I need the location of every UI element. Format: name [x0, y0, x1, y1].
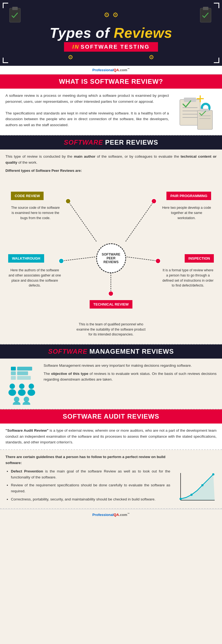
svg-point-40 [14, 397, 19, 402]
corner-bracket-br [214, 58, 219, 63]
svg-point-49 [201, 484, 203, 486]
inspection-box: INSPECTION [185, 254, 214, 263]
svg-rect-1 [12, 7, 18, 10]
svg-line-21 [127, 257, 158, 261]
svg-point-50 [212, 473, 214, 475]
center-label: SOFTWARE PEER REVIEWS [102, 253, 120, 264]
guidelines-list: Defect Prevention is the main goal of th… [5, 468, 170, 502]
peer-diagram: SOFTWARE PEER REVIEWS CODE REVIEW The so… [5, 177, 217, 340]
center-circle: SOFTWARE PEER REVIEWS [96, 243, 126, 273]
gear-right-icon: ⚙ [112, 11, 118, 19]
corner-bracket-tr [214, 3, 219, 8]
peer-intro: This type of review is conducted by the … [5, 154, 217, 165]
audit-reviews-header: SOFTWARE AUDIT REVIEWS [0, 409, 222, 424]
left-clipboard-icon [8, 5, 23, 24]
footer-logo: ProfessionalQA.com™ [92, 513, 130, 517]
header-icons: ⚙ ⚙ [8, 5, 214, 24]
svg-point-43 [23, 402, 30, 405]
svg-line-20 [61, 257, 95, 261]
what-is-para1: A software review is a process or meetin… [5, 93, 169, 104]
what-is-text: A software review is a process or meetin… [5, 93, 169, 131]
pair-programming-label: PAIR PROGRAMMING [166, 192, 211, 200]
management-text: Software Management reviews are very imp… [44, 363, 217, 405]
what-is-header-text: WHAT IS SOFTWARE REVIEW? [59, 78, 163, 85]
walkthrough-box: WALKTHROUGH [8, 254, 44, 263]
what-is-graphic-icon [174, 93, 215, 131]
svg-point-47 [180, 498, 182, 500]
corner-bracket-bl [3, 58, 8, 63]
management-list-icon [10, 365, 34, 380]
walkthrough-label: WALKTHROUGH [8, 254, 44, 263]
guidelines-graphic [176, 454, 217, 504]
peer-types-label: Different types of Software Peer Reviews… [5, 169, 217, 173]
svg-point-39 [28, 389, 35, 396]
svg-point-48 [190, 494, 193, 496]
list-item: Review of the requirement specifications… [11, 482, 170, 494]
svg-rect-28 [11, 367, 16, 371]
list-item: Correctness, portability, security, and … [11, 496, 170, 502]
header-bottom-gears: ⚙ ⚙ [8, 52, 214, 63]
peer-reviews-header: SOFTWARE PEER REVIEWS [0, 135, 222, 150]
header-gear-group: ⚙ ⚙ [104, 11, 118, 19]
svg-point-24 [151, 199, 156, 204]
svg-rect-2 [200, 8, 211, 22]
svg-point-26 [156, 259, 160, 263]
svg-point-38 [29, 384, 34, 389]
subtitle-in: IN [72, 44, 79, 50]
svg-point-36 [19, 384, 25, 389]
management-reviews-header-text: SOFTWARE MANAGEMENT REVIEWS [48, 348, 174, 355]
pair-programming-box: PAIR PROGRAMMING [166, 192, 211, 200]
management-para1: Software Management reviews are very imp… [44, 363, 217, 369]
svg-point-27 [108, 291, 113, 296]
trend-chart-icon [177, 472, 216, 504]
peer-reviews-section: This type of review is conducted by the … [0, 150, 222, 344]
management-graphic [5, 363, 38, 405]
svg-point-37 [18, 389, 26, 396]
gear-left-icon: ⚙ [104, 11, 110, 19]
right-clipboard-icon [199, 5, 214, 24]
logo-bar: ProfessionalQA.com™ [0, 66, 222, 74]
bottom-gear-left-icon: ⚙ [68, 54, 73, 61]
management-reviews-header: SOFTWARE MANAGEMENT REVIEWS [0, 344, 222, 359]
management-para2: The objective of this type of reviews is… [44, 371, 217, 382]
svg-rect-32 [11, 376, 16, 380]
svg-rect-33 [17, 376, 31, 380]
inspection-label: INSPECTION [185, 254, 214, 263]
header: ⚙ ⚙ Types of Reviews IN SOFTWARE TESTING… [0, 0, 222, 66]
audit-reviews-header-text: SOFTWARE AUDIT REVIEWS [63, 413, 159, 420]
svg-rect-30 [11, 371, 16, 375]
header-subtitle-bar: IN SOFTWARE TESTING [64, 42, 158, 52]
what-is-para2: The specifications and standards are kep… [5, 110, 169, 128]
svg-point-35 [8, 389, 16, 396]
corner-bracket-tl [3, 3, 8, 8]
svg-rect-29 [17, 367, 32, 371]
code-review-box: CODE REVIEW [11, 192, 44, 200]
what-is-section: A software review is a process or meetin… [0, 89, 222, 135]
management-section: Software Management reviews are very imp… [0, 359, 222, 409]
logo-text: ProfessionalQA.com™ [92, 68, 130, 72]
header-title: Types of Reviews [8, 26, 214, 40]
svg-marker-46 [181, 474, 215, 500]
code-review-label: CODE REVIEW [11, 192, 44, 200]
svg-rect-0 [10, 8, 20, 22]
svg-point-25 [59, 259, 64, 263]
svg-rect-15 [201, 109, 209, 112]
svg-rect-31 [17, 371, 28, 375]
what-is-header: WHAT IS SOFTWARE REVIEW? [0, 74, 222, 89]
guidelines-text: There are certain guidelines that a pers… [5, 454, 170, 504]
what-is-image [173, 93, 217, 131]
guidelines-title: There are certain guidelines that a pers… [5, 454, 170, 466]
audit-highlight: SOFTWARE [63, 413, 102, 420]
svg-rect-4 [180, 99, 200, 125]
footer: ProfessionalQA.com™ [0, 509, 222, 520]
list-item: Defect Prevention is the main goal of th… [11, 468, 170, 480]
management-highlight: SOFTWARE [48, 348, 87, 355]
peer-reviews-header-text: SOFTWARE PEER REVIEWS [64, 139, 158, 146]
guidelines-section: There are certain guidelines that a pers… [0, 450, 222, 509]
svg-point-42 [24, 397, 29, 402]
svg-point-23 [66, 199, 71, 204]
header-subtitle-container: IN SOFTWARE TESTING [8, 42, 214, 52]
audit-section: "Software Audit Review" is a type of ext… [0, 424, 222, 450]
svg-rect-3 [203, 7, 208, 10]
svg-point-34 [10, 384, 15, 389]
